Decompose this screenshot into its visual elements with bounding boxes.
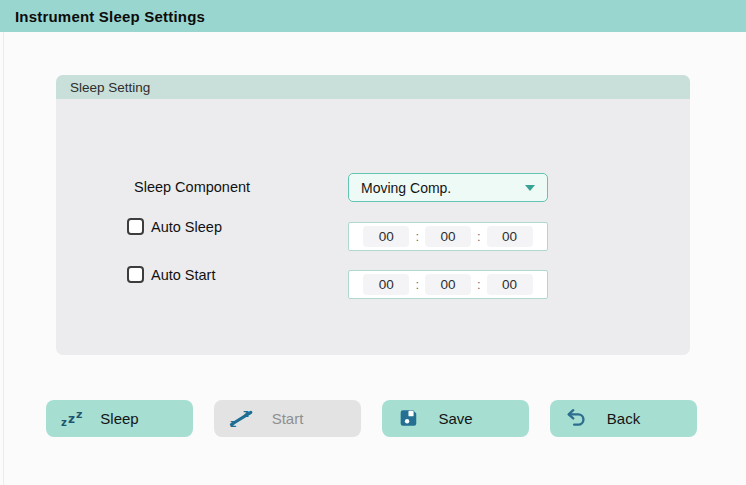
time-separator: : — [477, 229, 481, 244]
time-separator: : — [415, 277, 419, 292]
auto-sleep-checkbox[interactable] — [127, 218, 144, 235]
sleep-setting-panel: Sleep Setting Sleep Component Moving Com… — [56, 75, 690, 355]
auto-sleep-hours-input[interactable]: 00 — [363, 226, 409, 247]
auto-start-label: Auto Start — [151, 267, 215, 283]
sleep-button-label: Sleep — [46, 400, 193, 437]
auto-start-checkbox-row[interactable]: Auto Start — [127, 266, 215, 283]
back-button-label: Back — [550, 400, 697, 437]
auto-sleep-seconds-input[interactable]: 00 — [487, 226, 533, 247]
sleep-component-selected-value: Moving Comp. — [361, 180, 525, 196]
sleep-button[interactable]: z z z Sleep — [46, 400, 193, 437]
auto-start-time-field[interactable]: 00 : 00 : 00 — [348, 270, 548, 299]
auto-sleep-label: Auto Sleep — [151, 219, 222, 235]
auto-sleep-time-field[interactable]: 00 : 00 : 00 — [348, 222, 548, 251]
save-button[interactable]: Save — [382, 400, 529, 437]
panel-header: Sleep Setting — [56, 75, 690, 99]
window-title: Instrument Sleep Settings — [15, 8, 205, 25]
back-button[interactable]: Back — [550, 400, 697, 437]
start-button[interactable]: z z z Start — [214, 400, 361, 437]
sleep-component-dropdown[interactable]: Moving Comp. — [348, 173, 548, 202]
panel-body: Sleep Component Moving Comp. Auto Sleep … — [56, 99, 690, 355]
time-separator: : — [415, 229, 419, 244]
save-button-label: Save — [382, 400, 529, 437]
sleep-component-label: Sleep Component — [134, 179, 250, 196]
start-button-label: Start — [214, 400, 361, 437]
window-title-bar: Instrument Sleep Settings — [0, 0, 746, 32]
panel-title: Sleep Setting — [70, 80, 150, 95]
chevron-down-icon — [525, 185, 535, 191]
auto-start-minutes-input[interactable]: 00 — [425, 274, 471, 295]
auto-start-checkbox[interactable] — [127, 266, 144, 283]
auto-start-seconds-input[interactable]: 00 — [487, 274, 533, 295]
time-separator: : — [477, 277, 481, 292]
auto-sleep-checkbox-row[interactable]: Auto Sleep — [127, 218, 222, 235]
auto-sleep-minutes-input[interactable]: 00 — [425, 226, 471, 247]
auto-start-hours-input[interactable]: 00 — [363, 274, 409, 295]
